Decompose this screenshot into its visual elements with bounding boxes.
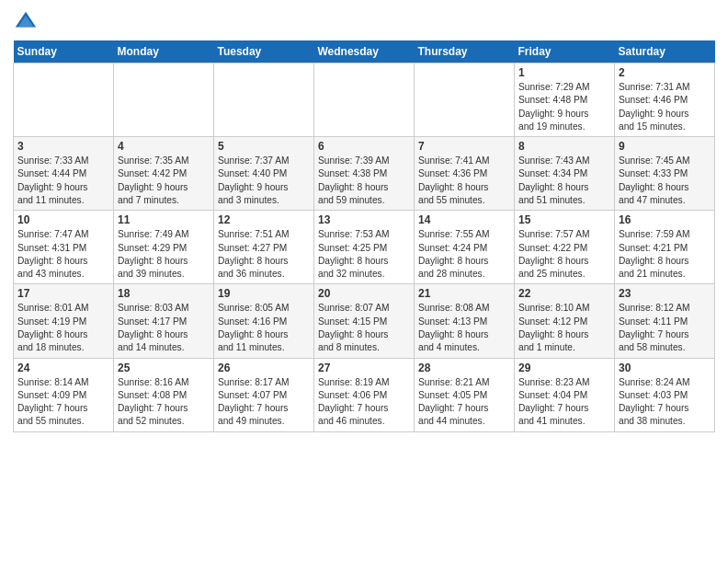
- day-cell: 27Sunrise: 8:19 AM Sunset: 4:06 PM Dayli…: [314, 358, 415, 431]
- day-cell: 17Sunrise: 8:01 AM Sunset: 4:19 PM Dayli…: [14, 284, 114, 358]
- day-cell: 25Sunrise: 8:16 AM Sunset: 4:08 PM Dayli…: [114, 358, 214, 431]
- day-info: Sunrise: 8:16 AM Sunset: 4:08 PM Dayligh…: [118, 376, 210, 429]
- day-cell: 16Sunrise: 7:59 AM Sunset: 4:21 PM Dayli…: [615, 211, 715, 284]
- day-info: Sunrise: 8:12 AM Sunset: 4:11 PM Dayligh…: [619, 302, 711, 354]
- day-number: 17: [17, 287, 109, 300]
- day-cell: [14, 63, 114, 137]
- day-number: 10: [17, 213, 109, 226]
- day-cell: 29Sunrise: 8:23 AM Sunset: 4:04 PM Dayli…: [515, 358, 615, 431]
- day-number: 20: [318, 287, 410, 300]
- day-info: Sunrise: 8:23 AM Sunset: 4:04 PM Dayligh…: [518, 376, 610, 429]
- day-info: Sunrise: 8:19 AM Sunset: 4:06 PM Dayligh…: [318, 376, 410, 429]
- day-number: 1: [518, 66, 610, 79]
- day-cell: 8Sunrise: 7:43 AM Sunset: 4:34 PM Daylig…: [515, 137, 615, 211]
- day-number: 19: [218, 287, 310, 300]
- day-cell: 5Sunrise: 7:37 AM Sunset: 4:40 PM Daylig…: [214, 137, 314, 211]
- day-cell: 4Sunrise: 7:35 AM Sunset: 4:42 PM Daylig…: [114, 137, 214, 211]
- day-cell: 20Sunrise: 8:07 AM Sunset: 4:15 PM Dayli…: [314, 284, 415, 358]
- day-number: 4: [118, 140, 210, 153]
- day-number: 27: [318, 362, 410, 374]
- day-number: 29: [518, 362, 610, 374]
- day-info: Sunrise: 7:47 AM Sunset: 4:31 PM Dayligh…: [17, 228, 109, 281]
- day-cell: 21Sunrise: 8:08 AM Sunset: 4:13 PM Dayli…: [415, 284, 515, 358]
- day-number: 6: [318, 140, 410, 153]
- day-info: Sunrise: 8:24 AM Sunset: 4:03 PM Dayligh…: [619, 376, 711, 429]
- day-cell: [214, 63, 314, 137]
- header-cell-thursday: Thursday: [415, 40, 515, 63]
- day-cell: 19Sunrise: 8:05 AM Sunset: 4:16 PM Dayli…: [214, 284, 314, 358]
- day-cell: 13Sunrise: 7:53 AM Sunset: 4:25 PM Dayli…: [314, 211, 415, 284]
- day-cell: 11Sunrise: 7:49 AM Sunset: 4:29 PM Dayli…: [114, 211, 214, 284]
- header-cell-tuesday: Tuesday: [214, 40, 314, 63]
- day-cell: 24Sunrise: 8:14 AM Sunset: 4:09 PM Dayli…: [14, 358, 114, 431]
- day-number: 13: [318, 213, 410, 226]
- calendar-table: SundayMondayTuesdayWednesdayThursdayFrid…: [13, 40, 715, 432]
- day-info: Sunrise: 7:35 AM Sunset: 4:42 PM Dayligh…: [118, 155, 210, 207]
- day-cell: 2Sunrise: 7:31 AM Sunset: 4:46 PM Daylig…: [615, 63, 715, 137]
- page: SundayMondayTuesdayWednesdayThursdayFrid…: [0, 0, 728, 442]
- day-cell: [114, 63, 214, 137]
- day-number: 11: [118, 213, 210, 226]
- week-row-4: 17Sunrise: 8:01 AM Sunset: 4:19 PM Dayli…: [14, 284, 715, 358]
- day-info: Sunrise: 8:10 AM Sunset: 4:12 PM Dayligh…: [518, 302, 610, 354]
- day-number: 2: [619, 66, 711, 79]
- day-number: 8: [518, 140, 610, 153]
- logo-icon: [13, 9, 39, 35]
- day-cell: 28Sunrise: 8:21 AM Sunset: 4:05 PM Dayli…: [415, 358, 515, 431]
- day-cell: 10Sunrise: 7:47 AM Sunset: 4:31 PM Dayli…: [14, 211, 114, 284]
- day-info: Sunrise: 8:08 AM Sunset: 4:13 PM Dayligh…: [418, 302, 510, 354]
- header-row: SundayMondayTuesdayWednesdayThursdayFrid…: [14, 40, 715, 63]
- week-row-2: 3Sunrise: 7:33 AM Sunset: 4:44 PM Daylig…: [14, 137, 715, 211]
- day-info: Sunrise: 7:41 AM Sunset: 4:36 PM Dayligh…: [418, 155, 510, 207]
- day-cell: 23Sunrise: 8:12 AM Sunset: 4:11 PM Dayli…: [615, 284, 715, 358]
- header: [13, 9, 715, 35]
- day-cell: 15Sunrise: 7:57 AM Sunset: 4:22 PM Dayli…: [515, 211, 615, 284]
- day-number: 30: [619, 362, 711, 374]
- day-cell: 12Sunrise: 7:51 AM Sunset: 4:27 PM Dayli…: [214, 211, 314, 284]
- day-info: Sunrise: 7:57 AM Sunset: 4:22 PM Dayligh…: [518, 228, 610, 281]
- day-info: Sunrise: 8:05 AM Sunset: 4:16 PM Dayligh…: [218, 302, 310, 354]
- day-number: 24: [17, 362, 109, 374]
- day-info: Sunrise: 8:21 AM Sunset: 4:05 PM Dayligh…: [418, 376, 510, 429]
- day-number: 15: [518, 213, 610, 226]
- day-cell: 18Sunrise: 8:03 AM Sunset: 4:17 PM Dayli…: [114, 284, 214, 358]
- day-info: Sunrise: 7:51 AM Sunset: 4:27 PM Dayligh…: [218, 228, 310, 281]
- day-info: Sunrise: 7:59 AM Sunset: 4:21 PM Dayligh…: [619, 228, 711, 281]
- day-info: Sunrise: 8:17 AM Sunset: 4:07 PM Dayligh…: [218, 376, 310, 429]
- day-number: 7: [418, 140, 510, 153]
- day-cell: [415, 63, 515, 137]
- day-number: 22: [518, 287, 610, 300]
- day-info: Sunrise: 8:07 AM Sunset: 4:15 PM Dayligh…: [318, 302, 410, 354]
- week-row-3: 10Sunrise: 7:47 AM Sunset: 4:31 PM Dayli…: [14, 211, 715, 284]
- header-cell-monday: Monday: [114, 40, 214, 63]
- day-number: 14: [418, 213, 510, 226]
- day-cell: 1Sunrise: 7:29 AM Sunset: 4:48 PM Daylig…: [515, 63, 615, 137]
- header-cell-wednesday: Wednesday: [314, 40, 415, 63]
- header-cell-friday: Friday: [515, 40, 615, 63]
- day-info: Sunrise: 7:49 AM Sunset: 4:29 PM Dayligh…: [118, 228, 210, 281]
- day-info: Sunrise: 8:03 AM Sunset: 4:17 PM Dayligh…: [118, 302, 210, 354]
- day-info: Sunrise: 7:29 AM Sunset: 4:48 PM Dayligh…: [518, 81, 610, 133]
- day-info: Sunrise: 7:39 AM Sunset: 4:38 PM Dayligh…: [318, 155, 410, 207]
- day-number: 18: [118, 287, 210, 300]
- day-number: 25: [118, 362, 210, 374]
- day-info: Sunrise: 7:37 AM Sunset: 4:40 PM Dayligh…: [218, 155, 310, 207]
- day-cell: 14Sunrise: 7:55 AM Sunset: 4:24 PM Dayli…: [415, 211, 515, 284]
- day-info: Sunrise: 7:31 AM Sunset: 4:46 PM Dayligh…: [619, 81, 711, 133]
- day-number: 21: [418, 287, 510, 300]
- day-number: 23: [619, 287, 711, 300]
- day-cell: 30Sunrise: 8:24 AM Sunset: 4:03 PM Dayli…: [615, 358, 715, 431]
- day-number: 3: [17, 140, 109, 153]
- week-row-5: 24Sunrise: 8:14 AM Sunset: 4:09 PM Dayli…: [14, 358, 715, 431]
- day-number: 5: [218, 140, 310, 153]
- day-info: Sunrise: 8:14 AM Sunset: 4:09 PM Dayligh…: [17, 376, 109, 429]
- day-cell: 9Sunrise: 7:45 AM Sunset: 4:33 PM Daylig…: [615, 137, 715, 211]
- day-number: 12: [218, 213, 310, 226]
- day-info: Sunrise: 7:45 AM Sunset: 4:33 PM Dayligh…: [619, 155, 711, 207]
- day-info: Sunrise: 7:55 AM Sunset: 4:24 PM Dayligh…: [418, 228, 510, 281]
- day-cell: 6Sunrise: 7:39 AM Sunset: 4:38 PM Daylig…: [314, 137, 415, 211]
- day-number: 16: [619, 213, 711, 226]
- logo: [13, 9, 40, 35]
- day-info: Sunrise: 7:43 AM Sunset: 4:34 PM Dayligh…: [518, 155, 610, 207]
- day-cell: 3Sunrise: 7:33 AM Sunset: 4:44 PM Daylig…: [14, 137, 114, 211]
